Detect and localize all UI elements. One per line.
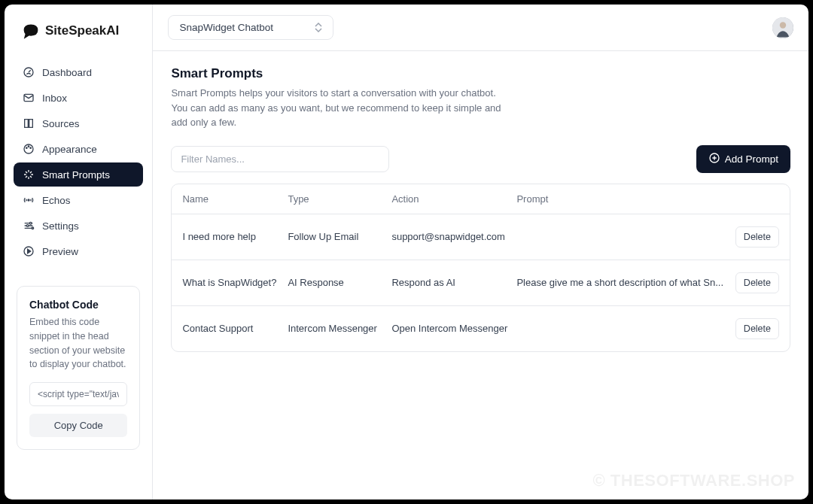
nav-inbox[interactable]: Inbox <box>14 86 143 110</box>
main: SnapWidget Chatbot Smart Prompts Smart P… <box>153 5 808 499</box>
nav-label: Smart Prompts <box>42 169 110 181</box>
page-subtitle: Smart Prompts helps your visitors to sta… <box>171 86 502 130</box>
nav-preview[interactable]: Preview <box>14 239 143 263</box>
nav-sources[interactable]: Sources <box>14 111 143 135</box>
add-prompt-button[interactable]: Add Prompt <box>696 145 790 173</box>
toolbar: Add Prompt <box>171 145 790 173</box>
col-header-action: Action <box>391 193 516 205</box>
nav-smart-prompts[interactable]: Smart Prompts <box>14 162 143 187</box>
svg-point-3 <box>26 147 27 148</box>
svg-point-7 <box>29 222 32 224</box>
book-icon <box>23 117 35 129</box>
sidebar: SiteSpeakAI Dashboard Inbox Sources Appe… <box>5 5 153 499</box>
user-avatar[interactable] <box>772 17 793 38</box>
delete-button[interactable]: Delete <box>735 272 779 293</box>
svg-point-6 <box>28 199 29 201</box>
card-title: Chatbot Code <box>29 299 127 311</box>
nav-label: Dashboard <box>42 67 92 78</box>
add-label: Add Prompt <box>725 153 778 165</box>
broadcast-icon <box>23 194 35 206</box>
svg-point-5 <box>30 147 31 148</box>
watermark: © THESOFTWARE.SHOP <box>593 471 795 490</box>
chatbot-selector[interactable]: SnapWidget Chatbot <box>168 15 333 40</box>
brand-name: SiteSpeakAI <box>45 23 119 38</box>
cell-type: Follow Up Email <box>288 231 391 242</box>
palette-icon <box>23 143 35 155</box>
selector-value: SnapWidget Chatbot <box>179 22 273 33</box>
cell-type: AI Response <box>288 277 391 288</box>
nav-settings[interactable]: Settings <box>14 214 143 238</box>
svg-point-8 <box>26 225 29 227</box>
col-header-name: Name <box>182 193 288 205</box>
nav-echos[interactable]: Echos <box>14 188 143 212</box>
plus-circle-icon <box>708 152 720 166</box>
delete-button[interactable]: Delete <box>735 226 779 247</box>
cell-name: I need more help <box>182 231 288 242</box>
mail-icon <box>23 92 35 104</box>
card-description: Embed this code snippet in the head sect… <box>29 315 127 372</box>
table-row: Contact Support Intercom Messenger Open … <box>172 306 790 351</box>
brand-logo: SiteSpeakAI <box>5 17 152 57</box>
delete-button[interactable]: Delete <box>735 318 779 339</box>
chevron-updown-icon <box>315 23 322 32</box>
cell-type: Intercom Messenger <box>288 323 391 334</box>
code-snippet-input[interactable] <box>29 382 127 406</box>
prompts-table: Name Type Action Prompt I need more help… <box>171 184 790 352</box>
svg-point-4 <box>28 146 29 147</box>
copy-code-button[interactable]: Copy Code <box>29 414 127 437</box>
nav-label: Inbox <box>42 93 67 104</box>
cell-name: Contact Support <box>182 323 288 334</box>
nav-label: Sources <box>42 118 80 129</box>
chatbot-code-card: Chatbot Code Embed this code snippet in … <box>17 286 140 450</box>
cell-action: Respond as AI <box>391 277 516 288</box>
sparkle-icon <box>23 169 35 181</box>
topbar: SnapWidget Chatbot <box>153 5 808 51</box>
gauge-icon <box>23 66 35 78</box>
nav-label: Appearance <box>42 144 97 155</box>
nav-label: Echos <box>42 195 71 206</box>
table-row: I need more help Follow Up Email support… <box>172 214 790 260</box>
cell-action: support@snapwidget.com <box>391 231 516 242</box>
svg-point-12 <box>780 22 786 28</box>
nav-appearance[interactable]: Appearance <box>14 137 143 161</box>
sliders-icon <box>23 220 35 232</box>
cell-action: Open Intercom Messenger <box>391 323 516 334</box>
filter-input[interactable] <box>171 146 389 172</box>
table-header: Name Type Action Prompt <box>172 184 790 214</box>
table-row: What is SnapWidget? AI Response Respond … <box>172 260 790 306</box>
nav: Dashboard Inbox Sources Appearance Smart… <box>5 57 152 268</box>
nav-label: Settings <box>42 220 79 232</box>
col-header-type: Type <box>288 193 391 205</box>
cell-prompt: Please give me a short description of wh… <box>516 277 731 288</box>
nav-dashboard[interactable]: Dashboard <box>14 60 143 84</box>
cell-name: What is SnapWidget? <box>182 277 288 288</box>
logo-icon <box>23 23 39 39</box>
nav-label: Preview <box>42 246 78 257</box>
content: Smart Prompts Smart Prompts helps your v… <box>153 51 808 367</box>
col-header-prompt: Prompt <box>516 193 731 205</box>
page-title: Smart Prompts <box>171 66 790 81</box>
play-icon <box>23 245 35 257</box>
